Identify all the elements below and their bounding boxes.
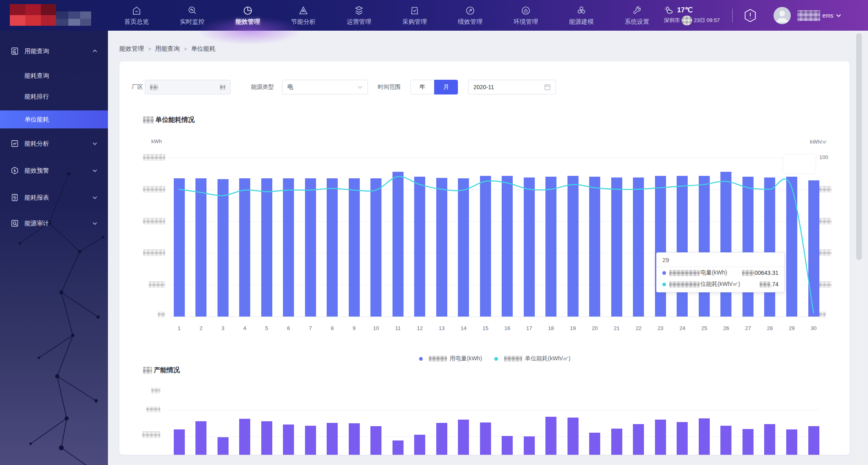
sidebar-item-label: 用能查询 xyxy=(25,47,49,55)
sidebar-item-consumption-analysis[interactable]: 能耗分析 xyxy=(0,135,108,153)
weather-temperature: 17℃ xyxy=(677,6,693,14)
blurred-c2-unit xyxy=(151,388,160,393)
blurred-title-prefix xyxy=(143,367,152,374)
nav-item-label: 绩效管理 xyxy=(458,18,482,26)
factory-select[interactable] xyxy=(145,80,231,94)
nav-item-energy-modeling[interactable]: 能源建模 xyxy=(561,0,602,31)
avatar xyxy=(774,7,791,24)
nav-item-saving-analysis[interactable]: 节能分析 xyxy=(283,0,324,31)
time-range-toggle: 年 月 xyxy=(410,80,458,94)
nav-item-environment[interactable]: 环境管理 xyxy=(505,0,546,31)
nav-item-performance[interactable]: 绩效管理 xyxy=(450,0,491,31)
chart1-gridline xyxy=(170,157,820,158)
chart1-x-label: 7 xyxy=(302,325,318,331)
energy-type-select[interactable]: 电 xyxy=(282,80,368,94)
tooltip-row-label: 电量(kWh) xyxy=(700,269,727,276)
sidebar-item-energy-audit[interactable]: 能源审计 xyxy=(0,214,108,232)
legend-item-electricity[interactable]: 用电量(kWh) xyxy=(419,355,482,362)
top-nav: 首页总览 实时监控 能效管理 节能分析 运营管理 采购管理 xyxy=(0,0,868,31)
alert-hexagon-icon xyxy=(743,8,757,23)
chart2-bar xyxy=(305,426,316,455)
weather-datetime: 23日 09:57 xyxy=(694,17,720,24)
year-toggle-button[interactable]: 年 xyxy=(410,80,434,94)
chart1-bar xyxy=(808,180,819,317)
chart2-bar xyxy=(786,429,797,455)
filter-bar: 厂区 能源类型 电 时间范围 年 月 2020-11 xyxy=(119,80,850,94)
chart1-x-label: 10 xyxy=(368,325,384,331)
chevron-down-icon xyxy=(92,222,97,225)
chart1-bar xyxy=(677,176,688,317)
sidebar-item-label: 能效预警 xyxy=(25,167,49,175)
chart1-bar xyxy=(720,172,731,317)
blurred-username xyxy=(797,10,820,21)
breadcrumb-item[interactable]: 能效管理 xyxy=(119,45,144,53)
nav-item-label: 能效管理 xyxy=(236,18,260,26)
blurred-series-prefix xyxy=(669,270,700,276)
chart2-bar xyxy=(764,424,775,455)
chart1-legend: 用电量(kWh) 单位能耗(kWh/㎡) xyxy=(170,355,820,362)
nav-item-label: 环境管理 xyxy=(514,18,538,26)
nav-item-energy-efficiency[interactable]: 能效管理 xyxy=(227,0,268,31)
chart2-bar xyxy=(611,429,622,455)
audit-search-icon xyxy=(11,219,19,227)
notification-button[interactable] xyxy=(743,8,757,23)
nav-item-settings[interactable]: 系统设置 xyxy=(617,0,657,31)
blurred-y-tick xyxy=(143,218,165,225)
weather-cloud-icon xyxy=(664,6,675,15)
sidebar-item-label: 能耗报表 xyxy=(25,194,49,202)
chart1-x-label: 30 xyxy=(805,325,822,331)
chart2-bar xyxy=(502,436,513,455)
settings-icon xyxy=(632,5,642,16)
chart1-x-label: 6 xyxy=(280,325,297,331)
series-dot-electricity xyxy=(662,271,666,275)
user-menu[interactable]: ems xyxy=(774,7,841,24)
nav-item-procurement[interactable]: 采购管理 xyxy=(394,0,435,31)
sidebar-item-consumption-query[interactable]: 能耗查询 xyxy=(0,67,108,85)
sidebar-item-consumption-report[interactable]: 能耗报表 xyxy=(0,189,108,207)
energy-type-label: 能源类型 xyxy=(251,83,274,91)
sidebar-item-unit-consumption[interactable]: 单位能耗 xyxy=(0,110,108,128)
chart2-bar xyxy=(589,433,600,455)
blurred-legend-prefix xyxy=(429,356,447,362)
sidebar-item-energy-usage-query[interactable]: 用能查询 xyxy=(0,42,108,60)
scrollbar-thumb[interactable] xyxy=(856,33,862,260)
nav-item-home[interactable]: 首页总览 xyxy=(116,0,157,31)
legend-label: 用电量(kWh) xyxy=(450,355,482,362)
energy-type-value: 电 xyxy=(287,83,293,91)
calendar-icon xyxy=(544,84,551,90)
series-dot-unit-energy xyxy=(662,283,666,286)
chart1-x-label: 12 xyxy=(412,325,428,331)
nav-item-realtime-monitor[interactable]: 实时监控 xyxy=(172,0,213,31)
chart1-bar xyxy=(305,178,316,317)
date-picker[interactable]: 2020-11 xyxy=(468,80,556,94)
legend-item-unit-energy[interactable]: 单位能耗(kWh/㎡) xyxy=(494,355,570,362)
chart-box-icon xyxy=(11,139,19,148)
tooltip-row-label: 位能耗(kWh/㎡) xyxy=(700,281,740,288)
chart2-bar xyxy=(261,421,272,455)
sidebar-item-label: 能耗查询 xyxy=(25,72,49,80)
chart1-bar xyxy=(218,179,229,317)
chart1-bar xyxy=(436,178,447,317)
chart1-bar xyxy=(261,178,272,317)
sidebar-item-consumption-ranking[interactable]: 能耗排行 xyxy=(0,88,108,106)
blurred-c2-tick xyxy=(142,431,160,438)
chart1-bar xyxy=(195,178,206,317)
sidebar-item-label: 能源审计 xyxy=(25,220,49,227)
nav-item-operations[interactable]: 运营管理 xyxy=(339,0,379,31)
chevron-up-icon xyxy=(92,49,97,53)
month-toggle-button[interactable]: 月 xyxy=(434,80,458,94)
report-doc-icon xyxy=(11,193,19,202)
chart1-x-label: 18 xyxy=(543,325,559,331)
scrollbar-track[interactable] xyxy=(855,31,863,465)
sidebar-item-efficiency-warning[interactable]: 能效预警 xyxy=(0,162,108,180)
breadcrumb-separator: > xyxy=(184,46,187,52)
chart2-bar xyxy=(808,426,819,455)
chart1-x-label: 20 xyxy=(587,325,603,331)
legend-label: 单位能耗(kWh/㎡) xyxy=(525,355,570,362)
chart1-bar xyxy=(611,177,622,317)
content-card: 厂区 能源类型 电 时间范围 年 月 2020-11 xyxy=(119,61,850,455)
breadcrumb-item[interactable]: 用能查询 xyxy=(155,45,180,53)
nav-item-label: 系统设置 xyxy=(625,18,649,26)
blurred-y-tick-right xyxy=(819,186,832,193)
breadcrumb-item-current: 单位能耗 xyxy=(191,45,215,53)
